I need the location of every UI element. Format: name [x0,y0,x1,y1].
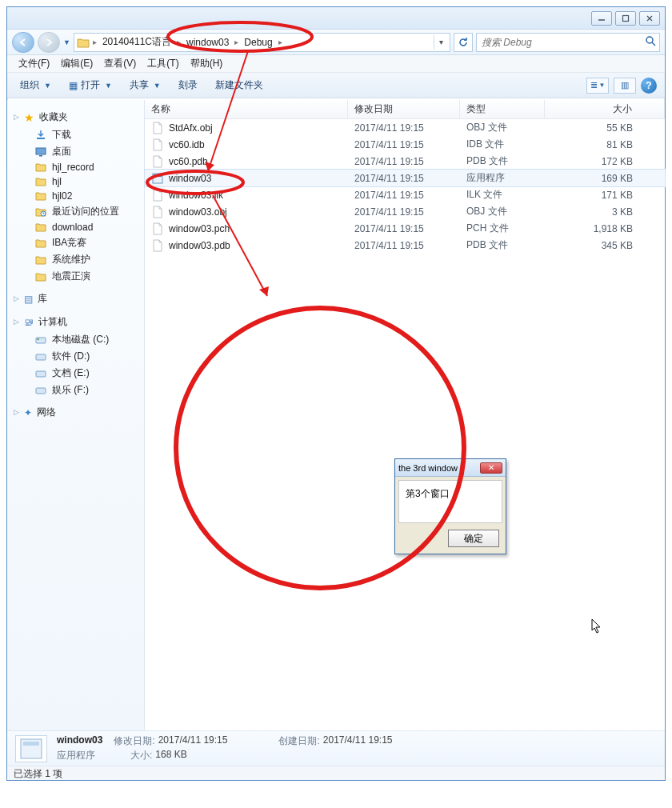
svg-rect-1 [623,15,629,21]
view-mode-button[interactable]: ≣ ▼ [586,78,609,94]
search-icon[interactable] [645,35,656,50]
search-input[interactable] [480,36,645,49]
file-icon [151,206,164,218]
network-icon: ✦ [24,407,32,418]
breadcrumb[interactable]: ▸ 20140411C语言 ▸ window03 ▸ Debug ▸ ▾ [74,33,450,52]
favorites-header[interactable]: ▷ ★ 收藏夹 [7,108,144,126]
refresh-button[interactable] [454,33,473,52]
sidebar-item[interactable]: hjl [7,174,144,189]
folder-icon [74,37,92,48]
crumb-leaf[interactable]: Debug [239,34,277,51]
close-button[interactable] [639,11,660,26]
sidebar-item-label: IBA竞赛 [52,236,86,250]
crumb-root[interactable]: 20140411C语言 [98,34,176,51]
sidebar-item[interactable]: 娱乐 (F:) [7,382,144,398]
file-type: ILK 文件 [460,188,545,202]
burn-button[interactable]: 刻录 [174,77,202,94]
favorites-label: 收藏夹 [39,110,68,124]
view-buttons: ≣ ▼ ▥ ? [586,78,657,94]
chevron-down-icon: ▼ [599,82,606,89]
sidebar-item-label: hjl [52,176,62,187]
forward-button[interactable] [38,32,60,53]
nav-row: ▼ ▸ 20140411C语言 ▸ window03 ▸ Debug ▸ ▾ [7,30,665,55]
menu-tools[interactable]: 工具(T) [142,55,183,72]
col-date[interactable]: 修改日期 [348,100,460,118]
sidebar-item[interactable]: 系统维护 [7,251,144,268]
crumb-mid[interactable]: window03 [182,34,234,51]
file-name: window03.obj [169,206,227,218]
open-button[interactable]: ▦ 打开▼ [64,77,117,94]
sidebar-item[interactable]: 桌面 [7,143,144,160]
recent-icon [34,206,47,218]
file-row[interactable]: window032017/4/11 19:15应用程序169 KB [145,170,665,186]
sidebar-item[interactable]: download [7,220,144,234]
sidebar-item[interactable]: 文档 (E:) [7,365,144,382]
folder-icon [34,238,47,249]
sidebar-item-label: 系统维护 [52,253,90,266]
file-row[interactable]: window03.ilk2017/4/11 19:15ILK 文件171 KB [145,186,665,203]
history-dropdown-icon[interactable]: ▼ [63,38,70,46]
menu-view[interactable]: 查看(V) [99,55,141,72]
dialog-close-button[interactable]: ✕ [480,462,502,474]
file-row[interactable]: StdAfx.obj2017/4/11 19:15OBJ 文件55 KB [145,119,665,136]
minimize-button[interactable] [591,11,612,26]
menu-help[interactable]: 帮助(H) [186,55,228,72]
sidebar-item[interactable]: hjl_record [7,160,144,174]
col-name[interactable]: 名称 [145,100,348,118]
file-row[interactable]: window03.pdb2017/4/11 19:15PDB 文件345 KB [145,237,665,254]
file-date: 2017/4/11 19:15 [348,240,460,251]
computer-header[interactable]: ▷ 🖳 计算机 [7,313,144,331]
dialog-ok-button[interactable]: 确定 [448,530,499,547]
file-date: 2017/4/11 19:15 [348,190,460,201]
desktop-icon [34,146,47,158]
preview-pane-button[interactable]: ▥ [614,78,636,94]
sidebar-item[interactable]: IBA竞赛 [7,234,144,251]
menu-edit[interactable]: 编辑(E) [56,55,98,72]
sidebar-item[interactable]: 地震正演 [7,268,144,285]
folder-icon [34,162,47,173]
svg-rect-12 [36,354,46,360]
sidebar-item[interactable]: hjl02 [7,189,144,203]
svg-line-5 [652,42,655,46]
details-pane: window03 修改日期:2017/4/11 19:15 创建日期:2017/… [7,730,665,766]
sidebar-item[interactable]: 最近访问的位置 [7,203,144,220]
sidebar-item-label: 文档 (E:) [52,366,90,380]
file-name: window03.ilk [169,190,223,201]
col-type[interactable]: 类型 [460,100,545,118]
library-icon: ▤ [24,294,33,305]
file-name: vc60.idb [169,139,205,150]
file-row[interactable]: window03.obj2017/4/11 19:15OBJ 文件3 KB [145,203,665,220]
details-size: 168 KB [155,749,186,762]
chevron-right-icon: ▸ [278,38,283,46]
download-icon [34,130,47,141]
collapse-icon: ▷ [14,294,19,302]
dialog-titlebar[interactable]: the 3rd window ✕ [395,459,506,477]
libraries-header[interactable]: ▷ ▤ 库 [7,290,144,308]
sidebar-item[interactable]: 软件 (D:) [7,348,144,365]
menu-file[interactable]: 文件(F) [14,55,54,72]
file-row[interactable]: vc60.pdb2017/4/11 19:15PDB 文件172 KB [145,153,665,170]
newfolder-button[interactable]: 新建文件夹 [210,77,268,94]
file-date: 2017/4/11 19:15 [348,139,460,150]
col-size[interactable]: 大小 [545,100,665,118]
file-type: 应用程序 [460,171,545,185]
file-row[interactable]: vc60.idb2017/4/11 19:15IDB 文件81 KB [145,136,665,153]
file-name: StdAfx.obj [169,122,213,134]
drive-icon [34,368,47,379]
organize-button[interactable]: 组织▼ [15,77,56,94]
file-pane: 名称 修改日期 类型 大小 StdAfx.obj2017/4/11 19:15O… [145,100,665,730]
search-box[interactable] [476,33,660,52]
maximize-button[interactable] [615,11,636,26]
share-button[interactable]: 共享▼ [125,77,166,94]
details-created: 2017/4/11 19:15 [323,734,393,748]
network-header[interactable]: ▷ ✦ 网络 [7,403,144,422]
back-button[interactable] [12,32,34,53]
address-dropdown-icon[interactable]: ▾ [434,35,448,50]
svg-rect-14 [36,388,46,394]
sidebar-item[interactable]: 下载 [7,126,144,143]
svg-rect-6 [37,138,45,139]
sidebar-item-label: 桌面 [52,145,71,158]
help-button[interactable]: ? [641,78,657,94]
file-row[interactable]: window03.pch2017/4/11 19:15PCH 文件1,918 K… [145,220,665,237]
sidebar-item[interactable]: 本地磁盘 (C:) [7,331,144,348]
